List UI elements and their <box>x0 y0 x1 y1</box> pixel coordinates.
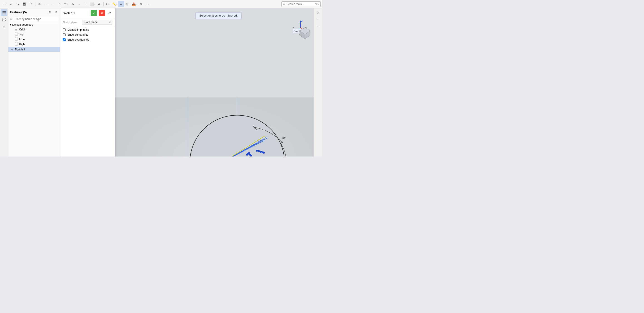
expand-right-button[interactable]: ▷ <box>315 9 321 16</box>
save-button[interactable] <box>21 1 28 7</box>
sidebar-icons: 💬 ⏱ <box>0 8 8 156</box>
features-layout-button[interactable]: ⊞ <box>47 10 52 14</box>
svg-rect-13 <box>15 43 18 46</box>
edit-tools-group: ✂ ▾ 📏 ▾ ⇔ ⊞ ▾ 📥 ▾ ⊕ ⊥ ▾ <box>105 1 150 7</box>
show-overdefined-checkbox[interactable] <box>63 38 66 41</box>
trim-tool-button[interactable]: ✂ ▾ <box>105 1 111 7</box>
svg-rect-7 <box>2 13 6 14</box>
arc-tool-button[interactable]: ◜ ▾ <box>56 1 63 7</box>
svg-point-32 <box>260 151 262 153</box>
sketch-panel-title: Sketch 1 <box>63 11 89 15</box>
circle-tool-button[interactable]: ○ ▾ <box>50 1 56 7</box>
toolbar-left-group: ☰ ↩ ↪ ⏱ <box>1 1 34 7</box>
top-item[interactable]: Top <box>13 32 60 37</box>
svg-point-31 <box>258 150 260 152</box>
front-item[interactable]: Front <box>13 37 60 42</box>
toolbar: ☰ ↩ ↪ ⏱ ✏ ▭ ▾ ○ ▾ ◜ ▾ 〜 ▾ ∿ · T ⬜ ▾ ⇌ ✂ … <box>0 0 322 8</box>
svg-rect-2 <box>24 4 25 5</box>
transform-tool-button[interactable]: ⇌ <box>96 1 102 7</box>
constraints-tool-button[interactable]: ⊥ ▾ <box>144 1 150 7</box>
show-constraints-checkbox[interactable] <box>63 34 66 36</box>
search-bar: ⌥C <box>281 1 321 7</box>
svg-rect-11 <box>15 33 18 36</box>
svg-point-28 <box>246 154 248 156</box>
sketch-plane-label: Sketch plane <box>63 21 81 24</box>
sketch-options: Disable imprinting Show constraints Show… <box>60 26 115 43</box>
front-plane-icon <box>14 38 18 41</box>
top-plane-icon <box>14 32 18 36</box>
draw-tools-group: ✏ ▭ ▾ ○ ▾ ◜ ▾ 〜 ▾ ∿ · T ⬜ ▾ ⇌ <box>36 1 102 7</box>
sketch-panel: Sketch 1 ✓ ✕ ⏱ Sketch plane Front plane … <box>60 8 115 156</box>
search-shortcut: ⌥C <box>315 3 319 5</box>
sketch-plane-text: Front plane <box>84 21 98 24</box>
comments-toggle[interactable]: 💬 <box>1 16 8 23</box>
sketch-plane-row: Sketch plane Front plane ✕ <box>60 18 115 26</box>
features-header: Features (5) ⊞ ⏱ <box>8 8 60 16</box>
disable-imprinting-label: Disable imprinting <box>68 28 89 31</box>
zoom-in-button[interactable]: + <box>315 16 321 22</box>
sketch-timer-button[interactable]: ⏱ <box>107 10 112 16</box>
sketch-cancel-button[interactable]: ✕ <box>99 10 105 16</box>
canvas-area[interactable]: Select entities to be mirrored. <box>115 8 322 156</box>
text-tool-button[interactable]: T <box>83 1 89 7</box>
svg-rect-6 <box>2 12 6 12</box>
svg-rect-1 <box>24 3 25 4</box>
svg-text:Z: Z <box>301 20 303 22</box>
svg-rect-5 <box>2 11 6 12</box>
features-search-input[interactable] <box>14 17 58 21</box>
redo-button[interactable]: ↪ <box>14 1 21 7</box>
svg-point-30 <box>256 150 258 152</box>
pattern-tool-button[interactable]: ⊞ ▾ <box>124 1 131 7</box>
svg-point-34 <box>263 152 265 154</box>
sketch-icon: ✏ <box>10 48 14 51</box>
menu-button[interactable]: ☰ <box>1 1 8 7</box>
disable-imprinting-checkbox[interactable] <box>63 28 66 31</box>
svg-rect-8 <box>2 14 6 14</box>
svg-text:◀: ◀ <box>292 26 294 28</box>
line-tool-button[interactable]: ✏ <box>36 1 43 7</box>
sketch-plane-value[interactable]: Front plane ✕ <box>82 20 112 25</box>
features-timer-button[interactable]: ⏱ <box>53 10 58 14</box>
sketch-accept-button[interactable]: ✓ <box>90 10 97 16</box>
show-constraints-label: Show constraints <box>68 33 88 36</box>
freehand-tool-button[interactable]: 〜 ▾ <box>63 1 69 7</box>
origin-item[interactable]: ◎ Origin <box>13 27 60 32</box>
sep1 <box>35 2 36 6</box>
search-input[interactable] <box>286 2 314 6</box>
front-label: Front <box>19 38 26 41</box>
show-constraints-row[interactable]: Show constraints <box>63 33 112 36</box>
sketch-panel-header: Sketch 1 ✓ ✕ ⏱ <box>60 8 115 18</box>
canvas-svg[interactable]: 30° 30° Ø3 <box>115 8 322 156</box>
features-search-bar <box>8 16 60 22</box>
features-title: Features (5) <box>10 10 46 14</box>
right-item[interactable]: Right <box>13 42 60 47</box>
sketch-plane-clear-button[interactable]: ✕ <box>109 21 111 24</box>
features-panel-toggle[interactable] <box>1 9 8 16</box>
sketch-panel-spacer <box>60 43 115 156</box>
3d-cube-widget[interactable] <box>299 26 312 40</box>
geometry-items: ◎ Origin Top Front Right <box>8 27 60 47</box>
sketch1-label: Sketch 1 <box>14 48 25 51</box>
disable-imprinting-row[interactable]: Disable imprinting <box>63 28 112 31</box>
mirror-tool-button[interactable]: ⇔ <box>118 1 124 7</box>
rect-tool-button[interactable]: ▭ ▾ <box>43 1 50 7</box>
top-label: Top <box>19 33 24 36</box>
point-tool-button[interactable]: · <box>76 1 82 7</box>
collapse-icon: ▾ <box>10 23 11 26</box>
history-button[interactable]: ⏱ <box>28 1 34 7</box>
show-overdefined-row[interactable]: Show overdefined <box>63 38 112 41</box>
default-geometry-header[interactable]: ▾ Default geometry <box>8 22 60 27</box>
snap-tool-button[interactable]: ⊕ <box>138 1 144 7</box>
history-toggle[interactable]: ⏱ <box>1 24 8 30</box>
slot-tool-button[interactable]: ⬜ ▾ <box>89 1 96 7</box>
undo-button[interactable]: ↩ <box>8 1 14 7</box>
origin-icon: ◎ <box>14 28 18 31</box>
sketch1-item[interactable]: ✏ Sketch 1 <box>8 47 60 52</box>
svg-line-4 <box>285 4 286 5</box>
import-button[interactable]: 📥 ▾ <box>131 1 138 7</box>
spline-tool-button[interactable]: ∿ <box>70 1 76 7</box>
features-spacer <box>8 52 60 156</box>
default-geometry-label: Default geometry <box>12 23 33 26</box>
zoom-out-button[interactable]: − <box>315 23 321 29</box>
measure-tool-button[interactable]: 📏 ▾ <box>111 1 118 7</box>
